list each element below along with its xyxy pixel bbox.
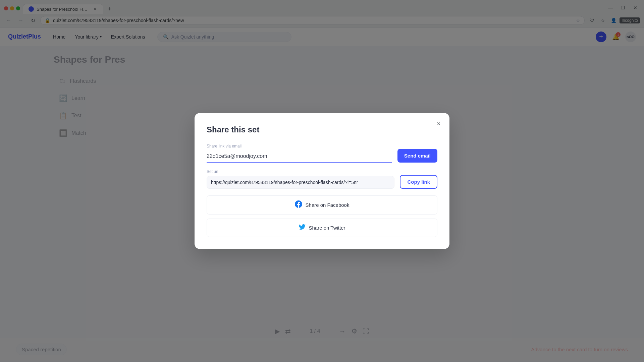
send-email-button[interactable]: Send email	[397, 149, 437, 163]
facebook-btn-label: Share on Facebook	[306, 202, 350, 208]
url-form-row: Set url Copy link	[207, 169, 437, 189]
url-label: Set url	[207, 169, 394, 174]
share-twitter-button[interactable]: Share on Twitter	[207, 219, 437, 237]
facebook-icon	[295, 200, 302, 209]
modal-title: Share this set	[207, 125, 437, 134]
email-input[interactable]	[207, 150, 392, 163]
share-modal: × Share this set Share link via email Se…	[195, 113, 449, 249]
email-form-group: Share link via email	[207, 144, 392, 163]
copy-link-button[interactable]: Copy link	[400, 175, 437, 189]
url-form-group: Set url	[207, 169, 394, 189]
email-label: Share link via email	[207, 144, 392, 148]
modal-overlay: × Share this set Share link via email Se…	[0, 46, 644, 361]
modal-close-button[interactable]: ×	[433, 118, 444, 129]
email-form-row: Share link via email Send email	[207, 144, 437, 163]
twitter-icon	[299, 224, 306, 232]
share-facebook-button[interactable]: Share on Facebook	[207, 195, 437, 215]
url-input[interactable]	[207, 176, 394, 189]
page-background: Shapes for Pres 🗂 Flashcards 🔄 Learn 📋 T…	[0, 46, 644, 361]
twitter-btn-label: Share on Twitter	[309, 225, 345, 231]
